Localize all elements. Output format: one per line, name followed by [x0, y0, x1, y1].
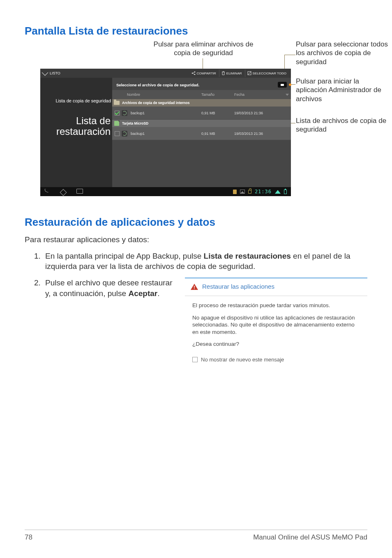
col-name-header[interactable]: Nombre: [125, 93, 201, 97]
row-size: 0,91 MB: [201, 111, 234, 115]
trash-icon: [221, 71, 225, 75]
callout-select-all: Pulsar para seleccionar todos los archiv…: [296, 40, 390, 66]
sd-status-icon: [233, 190, 237, 194]
warning-icon: [191, 284, 198, 290]
share-label: COMPARTIR: [197, 72, 216, 75]
restore-list-figure: Pulsar para eliminar archivos de copia d…: [25, 43, 367, 199]
label-restore-list: Lista de restauración: [30, 116, 111, 137]
select-all-icon: [247, 71, 251, 75]
folder-icon: [114, 101, 120, 105]
topbar-actions: COMPARTIR ELIMINAR SELECCIONAR TODO: [189, 69, 288, 77]
callout-top: Pulsar para eliminar archivos de copia d…: [148, 40, 259, 58]
step-2: Pulse el archivo que desee restaurar y, …: [43, 278, 367, 368]
back-icon[interactable]: [44, 189, 50, 194]
page-number: 78: [25, 533, 32, 542]
label-backup-list: Lista de copia de seguridad: [41, 98, 111, 103]
restore-dialog: Restaurar las aplicaciones El proceso de…: [185, 278, 367, 368]
battery-icon: [284, 190, 287, 194]
status-led-icon: [289, 83, 291, 86]
share-icon: [191, 71, 196, 75]
step1-text-b: Lista de restauraciones: [204, 252, 291, 260]
row-checkbox[interactable]: [115, 131, 120, 136]
gallery-status-icon: [240, 190, 245, 194]
group-sd-label: Tarjeta MicroSD: [122, 121, 148, 125]
callout-file-manager: Pulsar para iniciar la aplicación Admini…: [296, 77, 390, 103]
panel-title: Seleccione el archivo de copia de seguri…: [116, 83, 199, 87]
row-date: 19/03/2013 21:36: [234, 132, 284, 136]
col-size-header[interactable]: Tamaño: [201, 93, 234, 97]
delete-button[interactable]: ELIMINAR: [219, 69, 244, 77]
delete-label: ELIMINAR: [226, 72, 242, 75]
step1-text-a: En la pantalla principal de App Backup, …: [45, 252, 204, 260]
done-label: LISTO: [50, 71, 60, 75]
sort-indicator[interactable]: [284, 94, 291, 96]
home-icon[interactable]: [61, 189, 67, 194]
row-size: 0,91 MB: [201, 132, 234, 136]
group-sd[interactable]: Tarjeta MicroSD: [112, 120, 291, 127]
chevron-down-icon: [286, 94, 289, 96]
group-internal-label: Archivos de copia de seguridad internos: [122, 101, 189, 105]
dialog-title: Restaurar las aplicaciones: [202, 282, 274, 291]
dialog-p1: El proceso de restauración puede tardar …: [192, 302, 360, 309]
backup-file-icon: [122, 110, 127, 116]
section2-intro: Para restaurar aplicaciones y datos:: [25, 234, 367, 245]
lock-icon: [248, 190, 251, 194]
check-icon: [42, 69, 48, 76]
table-row[interactable]: backup1 0,91 MB 19/03/2013 21:36: [112, 107, 291, 120]
dialog-p3: ¿Desea continuar?: [192, 340, 360, 348]
page-footer: 78 Manual Online del ASUS MeMO Pad: [25, 530, 367, 542]
device-navbar: 21:36: [40, 187, 291, 196]
select-all-button[interactable]: SELECCIONAR TODO: [245, 69, 288, 77]
section1-title: Pantalla Lista de restauraciones: [25, 25, 367, 37]
table-header: Nombre Tamaño Fecha: [112, 90, 291, 99]
step2-text-b: Aceptar: [128, 289, 157, 298]
group-internal[interactable]: Archivos de copia de seguridad internos: [112, 99, 291, 107]
backup-file-icon: [122, 131, 127, 137]
select-all-label: SELECCIONAR TODO: [253, 72, 286, 75]
footer-text: Manual Online del ASUS MeMO Pad: [253, 533, 367, 542]
share-button[interactable]: COMPARTIR: [189, 69, 218, 77]
dont-show-checkbox[interactable]: [192, 357, 198, 362]
row-name: backup1: [127, 111, 201, 115]
done-button[interactable]: LISTO: [43, 70, 60, 76]
step2-text-c: .: [157, 289, 159, 298]
dont-show-label: No mostrar de nuevo este mensaje: [201, 356, 284, 364]
wifi-icon: [275, 190, 281, 194]
row-checkbox[interactable]: [115, 111, 120, 116]
step-1: En la pantalla principal de App Backup, …: [43, 251, 367, 272]
recent-apps-icon[interactable]: [77, 190, 83, 194]
col-date-header[interactable]: Fecha: [234, 93, 284, 97]
section2-title: Restauración de aplicaciones y datos: [25, 216, 367, 229]
table-row[interactable]: backup1 0,91 MB 19/03/2013 21:36: [112, 127, 291, 140]
file-manager-button[interactable]: [278, 82, 287, 88]
row-date: 19/03/2013 21:36: [234, 111, 284, 115]
callout-line: [284, 55, 295, 55]
row-name: backup1: [127, 132, 201, 136]
dialog-p2: No apague el dispositivo ni utilice las …: [192, 314, 360, 336]
sdcard-icon: [114, 121, 119, 126]
status-clock: 21:36: [255, 189, 272, 194]
device-topbar: LISTO COMPARTIR ELIMINAR SELECCIONAR TOD…: [40, 69, 291, 78]
callout-backup-list: Lista de archivos de copia de seguridad: [296, 116, 390, 134]
device-right-pane: Seleccione el archivo de copia de seguri…: [112, 78, 291, 187]
